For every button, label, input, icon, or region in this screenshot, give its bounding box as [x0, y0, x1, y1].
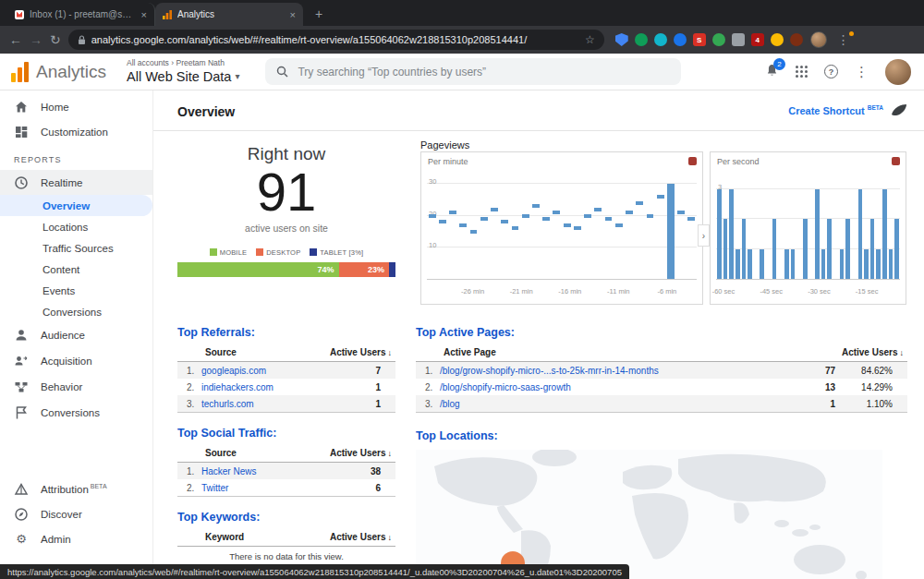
sidebar-item-content[interactable]: Content — [0, 259, 152, 280]
status-bar: https://analytics.google.com/analytics/w… — [0, 564, 629, 579]
help-icon[interactable]: ? — [824, 65, 838, 78]
sidebar-item-attribution[interactable]: AttributionBETA — [0, 476, 152, 501]
tablet-swatch — [310, 248, 317, 256]
world-map[interactable] — [416, 450, 882, 579]
tab-title: Inbox (1) - preetam@superlem... — [30, 9, 136, 19]
chart-title: Per minute — [428, 157, 468, 166]
more-options-icon[interactable]: ⋮ — [855, 64, 869, 80]
top-active-pages-title: Top Active Pages: — [416, 326, 907, 339]
attribution-icon — [14, 482, 29, 497]
extension-icon[interactable] — [654, 33, 667, 46]
extension-icon[interactable] — [635, 33, 648, 46]
top-referrals-card: Top Referrals: Source Active Users↓ 1. g… — [177, 326, 395, 413]
column-header[interactable]: Active Users↓ — [287, 528, 395, 547]
forward-icon[interactable]: → — [30, 33, 43, 46]
breadcrumb-account-name: Preetam Nath — [176, 58, 224, 67]
column-header[interactable]: Active Users↓ — [303, 344, 395, 362]
social-link[interactable]: Twitter — [201, 479, 290, 497]
mobile-swatch — [210, 248, 217, 256]
flag-icon — [14, 405, 29, 420]
browser-tab-inbox[interactable]: Inbox (1) - preetam@superlem... × — [7, 3, 155, 26]
table-row: 3. techurls.com 1 — [177, 395, 395, 413]
page-link[interactable]: /blog/grow-shopify-micro-...s-to-25k-mrr… — [440, 362, 808, 380]
column-header[interactable]: Active Users↓ — [808, 344, 907, 362]
tab-title: Analytics — [177, 9, 285, 19]
chevron-down-icon: ▾ — [235, 71, 239, 83]
insights-icon[interactable] — [891, 103, 907, 116]
bookmark-star-icon[interactable]: ☆ — [585, 33, 595, 46]
active-users-count: 91 — [177, 164, 395, 221]
sidebar-item-realtime[interactable]: Realtime — [0, 170, 152, 195]
panel-expand-arrow[interactable]: › — [698, 224, 710, 247]
sidebar-item-traffic-sources[interactable]: Traffic Sources — [0, 237, 152, 259]
extension-row: S 4 — [615, 33, 803, 46]
reports-section-label: REPORTS — [0, 144, 152, 170]
column-header[interactable]: Source — [177, 344, 303, 362]
sidebar-item-discover[interactable]: Discover — [0, 501, 152, 526]
create-shortcut-link[interactable]: Create Shortcut BETA — [788, 104, 883, 116]
social-link[interactable]: Hacker News — [201, 463, 290, 480]
acquisition-icon — [14, 354, 29, 368]
column-header[interactable]: Active Page — [416, 344, 808, 362]
top-active-pages-card: Top Active Pages: Active Page Active Use… — [416, 326, 907, 413]
sidebar-item-acquisition[interactable]: Acquisition — [0, 348, 152, 374]
legend-mobile: MOBILE — [210, 248, 248, 257]
legend-desktop: DESKTOP — [256, 248, 300, 257]
x-axis-labels: -26 min-21 min-16 min-11 min-6 min — [427, 287, 697, 297]
chart-plot-area: 102030 — [427, 175, 697, 280]
sidebar-item-admin[interactable]: ⚙ Admin — [0, 526, 152, 551]
sidebar-item-customization[interactable]: Customization — [0, 119, 152, 144]
account-switcher[interactable]: All accounts › Preetam Nath All Web Site… — [127, 58, 239, 85]
analytics-logo-icon[interactable] — [11, 62, 29, 82]
column-header[interactable]: Keyword — [177, 528, 287, 547]
extensions-puzzle-icon[interactable] — [732, 33, 745, 46]
extension-icon[interactable] — [712, 33, 725, 46]
referral-link[interactable]: googleapis.com — [201, 362, 303, 380]
sort-descending-icon: ↓ — [388, 533, 393, 542]
address-bar[interactable]: analytics.google.com/analytics/web/#/rea… — [68, 30, 604, 50]
page-link[interactable]: /blog/shopify-micro-saas-growth — [440, 379, 808, 395]
extension-icon[interactable] — [771, 33, 784, 46]
extension-icon[interactable] — [615, 33, 628, 46]
sidebar-item-behavior[interactable]: Behavior — [0, 374, 152, 400]
realtime-chart-icon[interactable] — [892, 157, 900, 165]
search-icon — [276, 66, 288, 78]
sort-descending-icon: ↓ — [388, 348, 393, 357]
new-tab-button[interactable]: + — [309, 4, 329, 24]
page-link[interactable]: /blog — [440, 395, 808, 413]
referral-link[interactable]: techurls.com — [201, 395, 303, 413]
extension-icon[interactable] — [674, 33, 687, 46]
sidebar-item-overview[interactable]: Overview — [0, 195, 152, 216]
reload-icon[interactable]: ↻ — [50, 33, 61, 46]
browser-tab-analytics[interactable]: Analytics × — [155, 3, 303, 26]
realtime-chart-icon[interactable] — [688, 157, 697, 165]
page-title: Overview — [177, 104, 235, 119]
search-placeholder: Try searching “Top countries by users” — [298, 66, 486, 78]
close-tab-icon[interactable]: × — [141, 9, 147, 20]
sidebar-item-locations[interactable]: Locations — [0, 216, 152, 237]
notifications-button[interactable]: 2 — [765, 63, 779, 81]
sidebar-item-events[interactable]: Events — [0, 280, 152, 301]
column-header[interactable]: Source — [177, 444, 290, 463]
extension-icon[interactable]: 4 — [751, 33, 764, 46]
referral-link[interactable]: indiehackers.com — [201, 379, 303, 395]
sidebar: Home Customization REPORTS Realtime Over… — [0, 90, 153, 579]
beta-badge: BETA — [91, 483, 107, 489]
sidebar-item-conversions[interactable]: Conversions — [0, 400, 152, 426]
extension-icon[interactable] — [790, 33, 803, 46]
property-name: All Web Site Data — [127, 68, 231, 85]
sidebar-item-audience[interactable]: Audience — [0, 322, 152, 348]
sidebar-item-conversions-rt[interactable]: Conversions — [0, 301, 152, 322]
browser-menu-icon[interactable]: ⋮ — [834, 32, 853, 47]
extension-icon[interactable]: S — [693, 33, 706, 46]
sidebar-item-home[interactable]: Home — [0, 94, 152, 119]
back-icon[interactable]: ← — [9, 33, 22, 46]
apps-grid-icon[interactable] — [796, 66, 808, 78]
browser-profile-avatar[interactable] — [810, 31, 827, 48]
close-tab-icon[interactable]: × — [290, 9, 296, 20]
table-row: 1. /blog/grow-shopify-micro-...s-to-25k-… — [416, 362, 907, 380]
column-header[interactable]: Active Users↓ — [290, 444, 395, 463]
url-text: analytics.google.com/analytics/web/#/rea… — [91, 34, 579, 45]
search-input[interactable]: Try searching “Top countries by users” — [265, 58, 681, 85]
user-avatar[interactable] — [885, 59, 911, 85]
